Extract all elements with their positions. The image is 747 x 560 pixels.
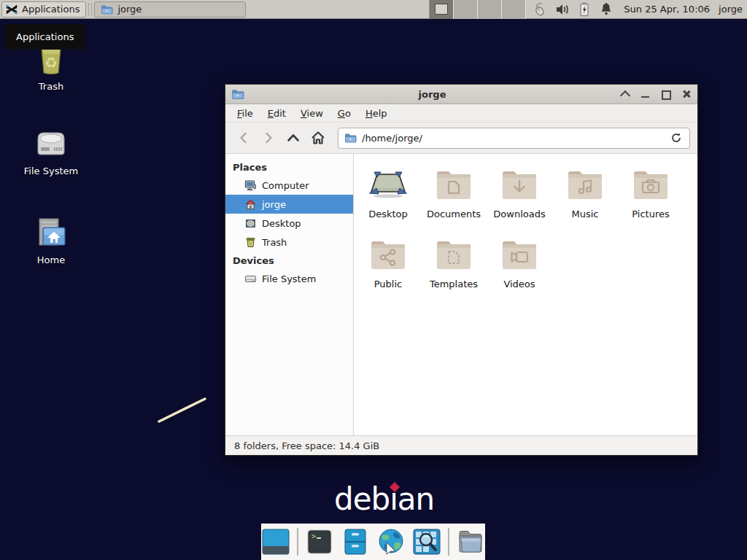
file-item-label: Music xyxy=(552,209,618,219)
file-item-templates[interactable]: Templates xyxy=(421,234,487,304)
workspace-4[interactable] xyxy=(502,0,526,19)
up-arrow-icon xyxy=(286,131,301,144)
sidebar-item-label: jorge xyxy=(262,199,286,210)
panel-clock[interactable]: Sun 25 Apr, 10:06 xyxy=(621,4,717,15)
file-item-music[interactable]: Music xyxy=(552,164,618,234)
reload-button[interactable] xyxy=(669,131,684,145)
maximize-button[interactable] xyxy=(661,89,671,99)
file-cabinet-icon xyxy=(344,529,367,555)
sidebar: Places Computer xyxy=(225,154,354,435)
desktop-icon-home[interactable]: Home xyxy=(16,210,86,265)
svg-text:♻: ♻ xyxy=(44,54,58,71)
file-item-label: Videos xyxy=(487,279,552,289)
home-button[interactable] xyxy=(307,127,329,149)
sidebar-devices-header: Devices xyxy=(225,252,353,269)
workspace-3[interactable] xyxy=(478,0,502,19)
file-item-label: Downloads xyxy=(487,209,552,219)
file-item-public[interactable]: Public xyxy=(355,234,421,304)
desktop-icon-label: File System xyxy=(16,166,86,176)
path-folder-icon xyxy=(344,133,357,143)
dock-separator xyxy=(448,528,449,556)
close-button[interactable] xyxy=(681,89,692,99)
app-finder-launcher[interactable] xyxy=(412,527,441,556)
applications-menu-button[interactable]: Applications xyxy=(1,1,86,18)
workspace-2[interactable] xyxy=(454,0,478,19)
sidebar-places-header: Places xyxy=(225,158,353,176)
taskbar-window-button[interactable]: jorge xyxy=(94,1,246,18)
volume-icon[interactable] xyxy=(555,2,570,17)
folder-icon xyxy=(101,4,113,15)
web-browser-launcher[interactable] xyxy=(376,527,406,556)
top-panel: Applications jorge xyxy=(0,0,747,19)
applications-tooltip: Applications xyxy=(4,24,85,50)
trash-icon xyxy=(244,236,257,249)
window-content: Places Computer xyxy=(225,153,697,435)
statusbar: 8 folders, Free space: 14.4 GiB xyxy=(225,435,697,455)
panel-username[interactable]: jorge xyxy=(717,4,747,15)
home-icon xyxy=(310,131,326,145)
desktop-icon-label: Trash xyxy=(16,81,86,92)
statusbar-text: 8 folders, Free space: 14.4 GiB xyxy=(234,440,379,451)
file-item-desktop[interactable]: Desktop xyxy=(355,164,421,234)
application-finder-icon xyxy=(413,529,441,555)
file-manager-launcher[interactable] xyxy=(341,527,370,556)
notifications-bell-icon[interactable] xyxy=(599,2,614,17)
folder-public-icon xyxy=(355,234,421,276)
file-manager-window: jorge File Edit View Go Help xyxy=(225,84,698,456)
mouse-icon[interactable] xyxy=(533,2,548,17)
home-folder-icon xyxy=(16,210,86,251)
forward-arrow-icon xyxy=(262,131,275,144)
menu-view[interactable]: View xyxy=(293,106,330,121)
sidebar-item-label: Desktop xyxy=(262,218,301,229)
forward-button[interactable] xyxy=(258,127,279,149)
terminal-launcher[interactable]: > xyxy=(305,527,334,556)
file-item-downloads[interactable]: Downloads xyxy=(487,164,552,234)
file-item-videos[interactable]: Videos xyxy=(487,234,552,304)
menu-file[interactable]: File xyxy=(230,106,260,121)
file-item-pictures[interactable]: Pictures xyxy=(618,164,684,234)
directory-folder-icon xyxy=(456,529,485,555)
sidebar-item-label: Computer xyxy=(262,180,309,191)
path-text[interactable]: /home/jorge/ xyxy=(362,133,664,144)
menubar: File Edit View Go Help xyxy=(225,104,697,122)
shade-button[interactable] xyxy=(620,89,630,99)
hard-drive-icon xyxy=(16,121,86,162)
minimize-button[interactable] xyxy=(640,89,651,99)
house-icon xyxy=(244,198,257,211)
debian-logo: debian xyxy=(334,481,434,517)
directory-menu-button[interactable] xyxy=(456,527,485,556)
applications-menu-label: Applications xyxy=(22,4,80,15)
battery-icon[interactable] xyxy=(577,2,592,17)
cursor-trail-line xyxy=(157,396,208,425)
desktop-icon-label: Home xyxy=(16,254,86,265)
menu-help[interactable]: Help xyxy=(358,106,395,121)
show-desktop-button[interactable] xyxy=(261,527,290,556)
file-item-documents[interactable]: Documents xyxy=(421,164,487,234)
folder-music-icon xyxy=(552,164,618,206)
titlebar[interactable]: jorge xyxy=(225,85,697,104)
sidebar-item-desktop[interactable]: Desktop xyxy=(225,214,353,233)
workspace-pager xyxy=(429,0,526,19)
up-button[interactable] xyxy=(282,127,304,149)
menu-edit[interactable]: Edit xyxy=(260,106,293,121)
sidebar-item-label: Trash xyxy=(262,237,287,248)
workspace-1[interactable] xyxy=(430,0,454,19)
dock-separator xyxy=(297,528,298,556)
show-desktop-icon xyxy=(262,529,290,555)
back-button[interactable] xyxy=(233,127,255,149)
terminal-icon: > xyxy=(306,529,333,555)
file-item-label: Templates xyxy=(421,279,487,289)
harddisk-icon xyxy=(244,273,257,285)
file-item-label: Documents xyxy=(421,209,487,219)
panel-grip[interactable] xyxy=(88,4,92,15)
sidebar-item-jorge[interactable]: jorge xyxy=(225,195,353,214)
xfce-applications-icon xyxy=(5,3,18,16)
sidebar-item-computer[interactable]: Computer xyxy=(225,176,353,195)
sidebar-item-trash[interactable]: Trash xyxy=(225,233,353,252)
sidebar-item-file-system[interactable]: File System xyxy=(225,269,353,288)
menu-go[interactable]: Go xyxy=(330,106,358,121)
location-bar[interactable]: /home/jorge/ xyxy=(338,128,690,149)
desktop-icon-file-system[interactable]: File System xyxy=(16,121,86,176)
file-icon-view[interactable]: Desktop Documents xyxy=(354,154,697,435)
system-tray xyxy=(526,2,621,17)
